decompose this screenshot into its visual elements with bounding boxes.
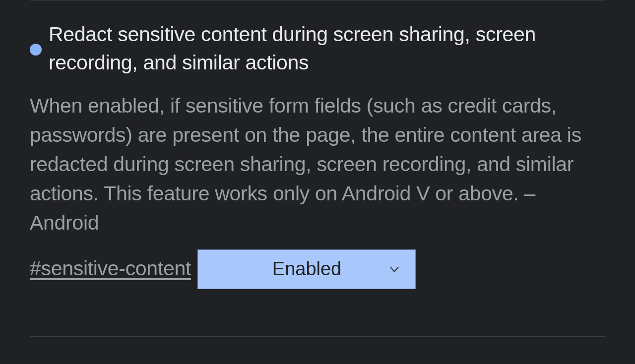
flag-item: Redact sensitive content during screen s… [30, 20, 605, 314]
dropdown-selected-label: Enabled [212, 258, 387, 280]
flag-description: When enabled, if sensitive form fields (… [30, 91, 605, 238]
flag-hash-link[interactable]: #sensitive-content [30, 257, 191, 280]
divider-top [30, 0, 605, 0]
divider-bottom [30, 336, 605, 337]
chevron-down-icon [387, 262, 401, 276]
status-dot-icon [30, 44, 42, 56]
flag-state-dropdown[interactable]: Enabled [197, 249, 416, 289]
flag-title: Redact sensitive content during screen s… [49, 20, 605, 77]
flag-header: Redact sensitive content during screen s… [30, 20, 605, 77]
